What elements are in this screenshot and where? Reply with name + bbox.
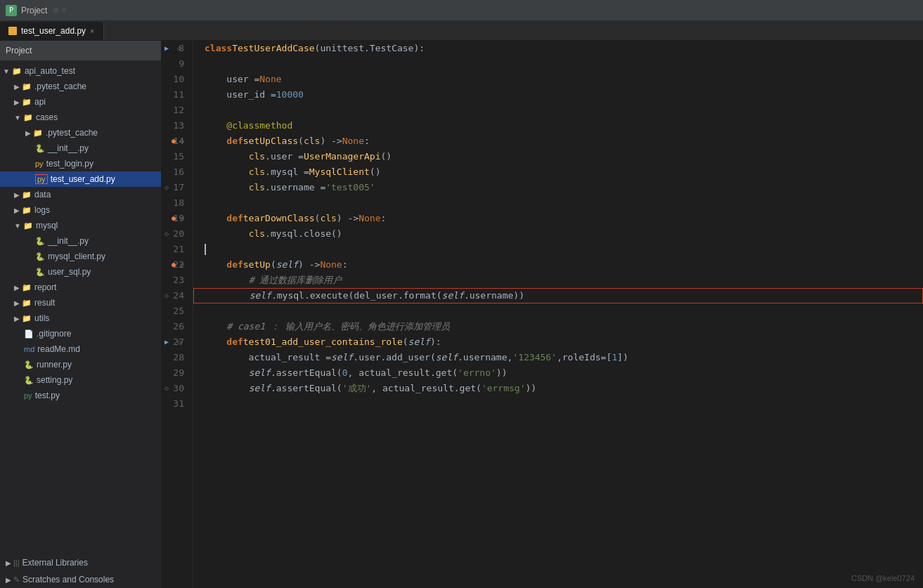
gutter-line-9: 9: [162, 56, 188, 72]
sidebar-item-pytest_cache_root[interactable]: ▶📁.pytest_cache: [0, 79, 161, 94]
gutter-line-27: ▶◇27: [162, 334, 188, 350]
fold-marker[interactable]: ◇: [164, 288, 169, 303]
sidebar-item-mysql_client[interactable]: 🐍mysql_client.py: [0, 249, 161, 264]
sidebar-item-user_sql[interactable]: 🐍user_sql.py: [0, 264, 161, 280]
sidebar-item-setting[interactable]: 🐍setting.py: [0, 372, 161, 388]
sidebar-item-logs[interactable]: ▶📁logs: [0, 202, 161, 218]
sidebar-item-test_user_add[interactable]: pytest_user_add.py: [0, 171, 161, 187]
folder-icon: 📁: [12, 67, 22, 76]
py-file-icon: 🐍: [24, 360, 34, 370]
code-line-18: [193, 195, 923, 211]
sidebar-item-runner[interactable]: 🐍runner.py: [0, 357, 161, 372]
fold-marker[interactable]: ◇: [180, 257, 184, 273]
code-line-21: [193, 242, 923, 257]
line-number: 30: [173, 381, 184, 396]
code-line-12: [193, 103, 923, 118]
sidebar-item-mysql_init[interactable]: 🐍__init__.py: [0, 233, 161, 249]
fold-marker[interactable]: ◇: [177, 334, 181, 350]
sidebar-title: Project: [6, 46, 32, 55]
code-line-28: actual_result = self.user.add_user(self.…: [193, 350, 923, 365]
gutter-line-13: 13: [162, 118, 188, 133]
sidebar-tree[interactable]: ▼📁api_auto_test▶📁.pytest_cache▶📁api▼📁cas…: [0, 60, 161, 554]
sidebar-item-cases[interactable]: ▼📁cases: [0, 110, 161, 125]
line-number: 25: [173, 303, 184, 319]
sidebar-item-test_login[interactable]: pytest_login.py: [0, 156, 161, 171]
fold-marker[interactable]: ◇: [177, 41, 181, 56]
tree-item-label: runner.py: [37, 360, 72, 370]
sidebar-item-readme[interactable]: mdreadMe.md: [0, 341, 161, 357]
folder-arrow: ▶: [14, 83, 20, 91]
code-line-10: user = None: [193, 72, 923, 87]
code-line-26: # case1 ： 输入用户名、密码、角色进行添加管理员: [193, 319, 923, 334]
code-line-19: def tearDownClass(cls) -> None:: [193, 211, 923, 226]
sidebar-item-report[interactable]: ▶📁report: [0, 280, 161, 295]
external-libraries-item[interactable]: ▶ ||| External Libraries: [0, 554, 161, 571]
sidebar-item-test_py[interactable]: pytest.py: [0, 388, 161, 403]
line-number: 17: [173, 180, 184, 195]
ext-lib-arrow: ▶: [6, 559, 11, 567]
sidebar-item-api_auto_test[interactable]: ▼📁api_auto_test: [0, 63, 161, 79]
tree-item-label: user_sql.py: [48, 267, 91, 277]
folder-icon: 📁: [22, 206, 32, 215]
tree-item-label: test.py: [35, 391, 60, 400]
sidebar: Project ▼📁api_auto_test▶📁.pytest_cache▶📁…: [0, 41, 162, 588]
code-line-15: cls.user = UserManagerApi(): [193, 149, 923, 164]
folder-icon: 📁: [22, 190, 32, 200]
line-number: 18: [173, 195, 184, 211]
active-tab[interactable]: test_user_add.py ×: [0, 22, 104, 40]
plain-file-icon: 📄: [24, 329, 34, 339]
green-file-icon: py: [24, 391, 32, 400]
gutter-line-30: ◇30: [162, 381, 188, 396]
folder-arrow: ▼: [3, 67, 10, 75]
sidebar-item-api[interactable]: ▶📁api: [0, 94, 161, 110]
gutter-line-8: ▶◇8: [162, 41, 188, 56]
tree-item-label: __init__.py: [48, 143, 89, 153]
tree-item-label: cases: [36, 112, 58, 122]
fold-marker[interactable]: ◇: [164, 180, 169, 195]
bookmark-icon: ●: [172, 133, 176, 149]
test-file-icon: py: [35, 174, 48, 184]
tree-item-label: .gitignore: [37, 329, 71, 339]
sidebar-item-pytest_cache_cases[interactable]: ▶📁.pytest_cache: [0, 125, 161, 141]
gutter-line-19: ●◇19: [162, 211, 188, 226]
sidebar-item-result[interactable]: ▶📁result: [0, 295, 161, 311]
line-number: 21: [173, 242, 184, 257]
sidebar-item-utils[interactable]: ▶📁utils: [0, 311, 161, 326]
folder-arrow: ▶: [14, 299, 20, 307]
folder-icon: 📁: [22, 82, 32, 91]
text-cursor: [205, 244, 206, 255]
folder-arrow: ▶: [14, 207, 20, 214]
code-content[interactable]: class TestUserAddCase(unittest.TestCase)…: [193, 41, 923, 588]
code-line-11: user_id = 10000: [193, 87, 923, 103]
tree-item-label: __init__.py: [48, 236, 89, 246]
scratches-icon: ✎: [13, 575, 20, 584]
tree-item-label: data: [34, 190, 51, 200]
folder-arrow: ▶: [14, 284, 20, 292]
code-line-20: cls.mysql.close(): [193, 226, 923, 242]
sidebar-item-data[interactable]: ▶📁data: [0, 187, 161, 202]
folder-arrow: ▶: [14, 315, 20, 322]
fold-marker[interactable]: ◇: [164, 381, 169, 396]
py-file-icon: 🐍: [35, 252, 45, 261]
sidebar-item-init_py[interactable]: 🐍__init__.py: [0, 141, 161, 156]
folder-arrow: ▼: [14, 222, 21, 230]
code-line-16: cls.mysql = MysqlClient(): [193, 164, 923, 180]
gutter-line-31: 31: [162, 396, 188, 412]
scratches-consoles-item[interactable]: ▶ ✎ Scratches and Consoles: [0, 571, 161, 588]
run-gutter-icon[interactable]: ▶: [164, 334, 169, 350]
folder-icon: 📁: [23, 221, 33, 230]
folder-arrow: ▶: [14, 98, 20, 106]
tab-close-button[interactable]: ×: [90, 27, 94, 35]
fold-marker[interactable]: ◇: [164, 226, 169, 242]
folder-icon: 📁: [33, 129, 43, 138]
gutter-line-22: ●◇22: [162, 257, 188, 273]
fold-marker[interactable]: ◇: [180, 211, 184, 226]
fold-marker[interactable]: ◇: [180, 133, 184, 149]
sidebar-item-gitignore[interactable]: 📄.gitignore: [0, 326, 161, 341]
tree-item-label: .pytest_cache: [46, 128, 98, 138]
sidebar-item-mysql[interactable]: ▼📁mysql: [0, 218, 161, 233]
code-line-24: self.mysql.execute(del_user.format(self.…: [193, 288, 923, 303]
tree-item-label: api_auto_test: [25, 66, 75, 76]
run-gutter-icon[interactable]: ▶: [164, 41, 169, 56]
code-line-23: # 通过数据库删除用户: [193, 273, 923, 288]
